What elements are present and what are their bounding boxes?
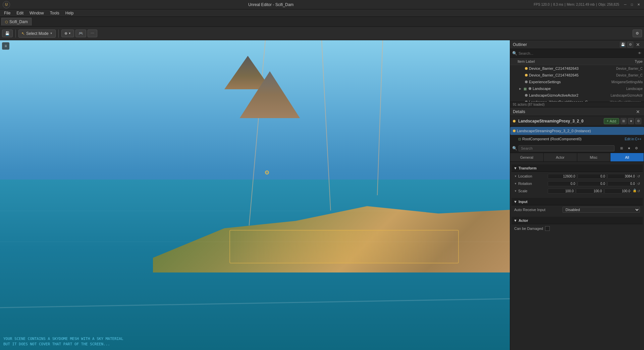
edit-cpp-link[interactable]: Edit in C++ bbox=[625, 137, 641, 141]
details-instance-item[interactable]: LandscapeStreamingProxy_3_2_0 (Instance) bbox=[510, 127, 644, 135]
details-favorites-btn[interactable]: ★ bbox=[626, 145, 632, 151]
select-mode-button[interactable]: ↖ Select Mode ▼ bbox=[18, 30, 56, 38]
auto-receive-select[interactable]: Disabled Player 0 Player 1 bbox=[562, 207, 640, 213]
outliner-item-name: Landscape bbox=[533, 87, 625, 91]
details-config-btn[interactable]: ⚙ bbox=[633, 145, 639, 151]
toolbar-transform-btn[interactable]: ⊕ ▼ bbox=[61, 30, 74, 37]
outliner-row-water-brush[interactable]: Landscape_WaterBrushManager_C WaterBrush… bbox=[510, 99, 644, 102]
menu-tools[interactable]: Tools bbox=[47, 10, 62, 16]
rotation-arrow: ▼ bbox=[514, 182, 517, 185]
scene-canvas bbox=[0, 40, 510, 350]
expand-icon[interactable]: ▶ bbox=[518, 87, 522, 90]
fps-info: FPS 120.0 | 8.3 ms | Mem: 2,011.49 mb | … bbox=[532, 2, 621, 7]
toolbar-save-btn[interactable]: 💾 bbox=[2, 30, 13, 37]
main-layout: ≡ YOUR SCENE CONTAINS A SKYDOME MESH WIT… bbox=[0, 40, 644, 350]
menu-window[interactable]: Window bbox=[27, 10, 47, 16]
details-search-input[interactable] bbox=[519, 145, 614, 151]
toolbar-more-btn[interactable]: ⋯ bbox=[88, 30, 97, 37]
minimize-button[interactable]: ─ bbox=[623, 2, 628, 7]
tab-general[interactable]: General bbox=[510, 153, 544, 161]
toolbar-separator-2 bbox=[58, 30, 59, 38]
menu-file[interactable]: File bbox=[1, 10, 13, 16]
location-label: ▼ Location bbox=[514, 174, 548, 178]
auto-receive-label: Auto Receive Input bbox=[514, 208, 561, 212]
location-z[interactable]: 3084.0 bbox=[607, 174, 637, 179]
landscape-icon: ▦ bbox=[524, 87, 527, 91]
details-star-btn[interactable]: ★ bbox=[628, 118, 634, 124]
menu-edit[interactable]: Edit bbox=[14, 10, 26, 16]
scale-x[interactable]: 100.0 bbox=[548, 189, 575, 194]
transform-icon: ⊕ bbox=[64, 31, 67, 36]
lock-scale-icon[interactable]: 🔒 bbox=[633, 189, 637, 194]
input-section-header[interactable]: ▼ Input bbox=[512, 198, 643, 205]
transform-label: Transform bbox=[519, 166, 537, 170]
menu-help[interactable]: Help bbox=[63, 10, 76, 16]
outliner-dot bbox=[525, 94, 528, 97]
outliner-column-headers: Item Label Type bbox=[510, 58, 644, 65]
viewport-menu-btn[interactable]: ≡ bbox=[2, 42, 9, 50]
outliner-panel: Outliner 💾 ⚙ ✕ 🔍 👁 Item Label Type bbox=[510, 40, 644, 107]
actor-collapse-icon: ▼ bbox=[514, 218, 517, 222]
outliner-item-label-header: Item Label bbox=[518, 59, 591, 63]
outliner-save-btn[interactable]: 💾 bbox=[620, 42, 626, 48]
tab-all[interactable]: All bbox=[610, 153, 644, 161]
settings-icon: ⚙ bbox=[636, 31, 639, 36]
rotation-z[interactable]: 0.0 bbox=[607, 181, 637, 186]
details-view-btn[interactable]: ⊞ bbox=[621, 118, 627, 124]
close-button[interactable]: ✕ bbox=[636, 2, 641, 7]
actor-content: Can be Damaged bbox=[512, 224, 643, 233]
outliner-search-input[interactable] bbox=[519, 51, 636, 55]
outliner-dot bbox=[529, 87, 531, 90]
outliner-settings-btn[interactable]: ⚙ bbox=[627, 42, 633, 48]
actor-section-header[interactable]: ▼ Actor bbox=[512, 217, 643, 224]
details-settings-btn[interactable]: ⚙ bbox=[635, 118, 641, 124]
details-grid-view-btn[interactable]: ⊞ bbox=[619, 145, 625, 151]
scale-label: ▼ Scale bbox=[514, 189, 548, 193]
toolbar-settings-btn[interactable]: ⚙ bbox=[633, 30, 642, 37]
tab-bar: ⬡ Scifi_Dam bbox=[0, 17, 644, 27]
scale-y[interactable]: 100.0 bbox=[576, 189, 603, 194]
outliner-row-device-barrier-1[interactable]: Device_Barrier_C2147482643 Device_Barrie… bbox=[510, 65, 644, 72]
location-y[interactable]: 0.0 bbox=[578, 174, 607, 179]
rotation-x[interactable]: 0.0 bbox=[548, 181, 577, 186]
can-be-damaged-checkbox[interactable] bbox=[545, 226, 550, 231]
details-close-btn[interactable]: ✕ bbox=[635, 109, 641, 114]
can-be-damaged-label: Can be Damaged bbox=[514, 227, 543, 231]
scale-z[interactable]: 100.0 bbox=[604, 189, 632, 194]
rotation-reset-btn[interactable]: ↺ bbox=[637, 182, 640, 186]
transform-section-header[interactable]: ▼ Transform bbox=[512, 164, 643, 172]
location-x[interactable]: 12600.0 bbox=[548, 174, 577, 179]
tab-misc[interactable]: Misc bbox=[577, 153, 611, 161]
grid-line-2 bbox=[0, 242, 510, 242]
details-search-icon: 🔍 bbox=[512, 146, 517, 151]
add-component-btn[interactable]: + Add bbox=[604, 118, 619, 124]
scale-reset-btn[interactable]: ↺ bbox=[637, 189, 640, 193]
details-header-buttons: + Add ⊞ ★ ⚙ bbox=[604, 118, 641, 124]
transform-content: ▼ Location 12600.0 0.0 3084.0 ↺ bbox=[512, 172, 643, 195]
add-icon: + bbox=[607, 119, 609, 123]
details-tabs: General Actor Misc All bbox=[510, 153, 644, 162]
auto-receive-row: Auto Receive Input Disabled Player 0 Pla… bbox=[512, 206, 643, 213]
details-root-component-item[interactable]: ⊡ RootComponent (RootComponent0) Edit in… bbox=[510, 135, 644, 143]
outliner-close-btn[interactable]: ✕ bbox=[635, 42, 641, 47]
outliner-visibility-icon[interactable]: 👁 bbox=[637, 51, 642, 55]
level-tab-scifi-dam[interactable]: ⬡ Scifi_Dam bbox=[1, 18, 32, 26]
outliner-row-gizmo[interactable]: LandscapeGizmoActiveActor2 LandscapeGizm… bbox=[510, 92, 644, 99]
maximize-button[interactable]: □ bbox=[629, 2, 635, 7]
outliner-row-experience-settings[interactable]: ExperienceSettings MinigameSettingsMa bbox=[510, 79, 644, 85]
details-panel-header: Details ✕ bbox=[510, 107, 644, 116]
rotation-y[interactable]: 0.0 bbox=[578, 181, 607, 186]
add-label: Add bbox=[609, 119, 616, 123]
details-panel: Details ✕ LandscapeStreamingProxy_3_2_0 … bbox=[510, 107, 644, 350]
outliner-row-device-barrier-2[interactable]: Device_Barrier_C2147482645 Device_Barrie… bbox=[510, 72, 644, 79]
outliner-item-name: Device_Barrier_C2147482643 bbox=[529, 66, 615, 70]
outliner-header-actions: 💾 ⚙ ✕ bbox=[620, 42, 641, 48]
scale-arrow: ▼ bbox=[514, 190, 517, 193]
right-panel: Outliner 💾 ⚙ ✕ 🔍 👁 Item Label Type bbox=[510, 40, 644, 350]
outliner-row-landscape[interactable]: ▶ ▦ Landscape Landscape bbox=[510, 85, 644, 92]
toolbar-game-btn[interactable]: 🎮 bbox=[75, 30, 86, 37]
tab-actor[interactable]: Actor bbox=[544, 153, 577, 161]
viewport[interactable]: ≡ YOUR SCENE CONTAINS A SKYDOME MESH WIT… bbox=[0, 40, 510, 350]
location-reset-btn[interactable]: ↺ bbox=[637, 174, 640, 178]
terrain-highlight bbox=[229, 230, 459, 263]
